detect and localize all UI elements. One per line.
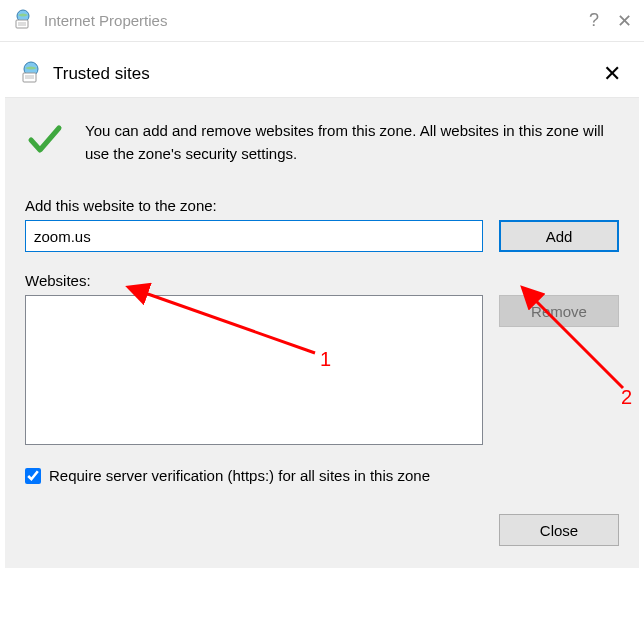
website-input[interactable] [25,220,483,252]
dialog-titlebar: Trusted sites ✕ [5,50,639,98]
annotation-label-2: 2 [621,386,632,408]
websites-listbox[interactable] [25,295,483,445]
require-https-checkbox-row[interactable]: Require server verification (https:) for… [25,467,619,484]
parent-close-icon[interactable]: ✕ [617,10,632,32]
svg-rect-1 [16,20,28,28]
websites-label: Websites: [25,272,619,289]
info-text: You can add and remove websites from thi… [85,120,619,165]
dialog-title: Trusted sites [53,64,150,84]
add-website-label: Add this website to the zone: [25,197,619,214]
help-icon[interactable]: ? [589,10,599,31]
parent-window-title: Internet Properties [44,12,167,29]
dialog-body: You can add and remove websites from thi… [5,98,639,568]
close-button[interactable]: Close [499,514,619,546]
internet-options-icon [12,8,34,33]
require-https-checkbox[interactable] [25,468,41,484]
add-button[interactable]: Add [499,220,619,252]
checkmark-icon [25,120,65,163]
parent-window-titlebar: Internet Properties ? ✕ [0,0,644,42]
require-https-label: Require server verification (https:) for… [49,467,430,484]
trusted-sites-icon [19,60,43,87]
close-icon[interactable]: ✕ [599,57,625,91]
remove-button: Remove [499,295,619,327]
trusted-sites-dialog: Trusted sites ✕ You can add and remove w… [5,50,639,568]
